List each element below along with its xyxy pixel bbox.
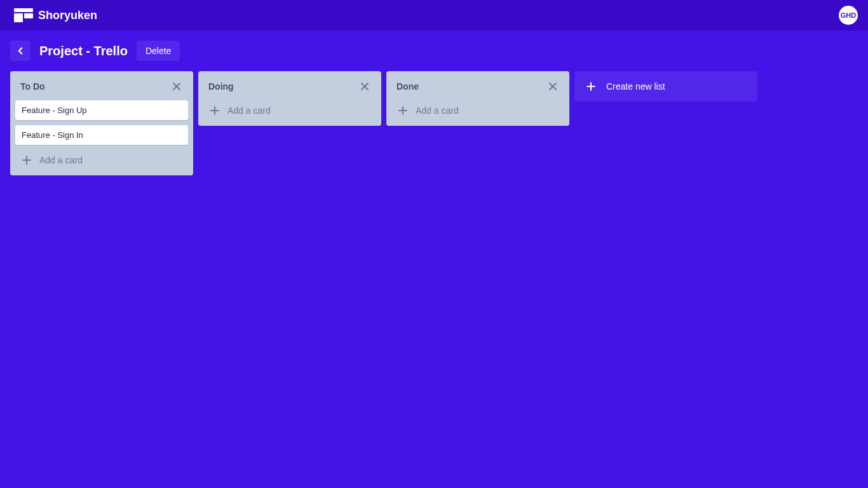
close-icon[interactable] xyxy=(170,80,183,93)
list-todo: To Do Feature - Sign Up Feature - Sign I… xyxy=(10,71,193,175)
top-navbar: Shoryuken GHD xyxy=(0,0,868,30)
avatar-initials: GHD xyxy=(841,11,856,19)
list-header: Doing xyxy=(203,76,376,95)
plus-icon xyxy=(208,104,221,117)
back-button[interactable] xyxy=(10,41,31,61)
plus-icon xyxy=(20,154,33,166)
list-title[interactable]: Done xyxy=(397,81,419,92)
list-done: Done Add a card xyxy=(386,71,569,126)
card-title: Feature - Sign Up xyxy=(22,105,87,115)
card[interactable]: Feature - Sign In xyxy=(15,125,188,145)
card-title: Feature - Sign In xyxy=(22,130,83,140)
add-card-button[interactable]: Add a card xyxy=(15,150,188,170)
card[interactable]: Feature - Sign Up xyxy=(15,100,188,120)
close-icon[interactable] xyxy=(358,80,371,93)
chevron-left-icon xyxy=(15,45,26,57)
add-card-button[interactable]: Add a card xyxy=(203,100,376,121)
list-doing: Doing Add a card xyxy=(198,71,381,126)
create-list-label: Create new list xyxy=(606,81,665,92)
add-card-label: Add a card xyxy=(416,105,459,116)
add-card-label: Add a card xyxy=(227,105,271,116)
list-title[interactable]: To Do xyxy=(20,81,45,92)
brand-logo-icon xyxy=(14,8,33,22)
plus-icon xyxy=(397,104,409,117)
brand[interactable]: Shoryuken xyxy=(14,8,97,22)
list-title[interactable]: Doing xyxy=(208,81,234,92)
add-card-button[interactable]: Add a card xyxy=(391,100,564,121)
avatar[interactable]: GHD xyxy=(839,6,858,25)
close-icon[interactable] xyxy=(546,80,559,93)
list-header: Done xyxy=(391,76,564,95)
add-card-label: Add a card xyxy=(39,155,83,165)
brand-name: Shoryuken xyxy=(38,9,97,22)
list-header: To Do xyxy=(15,76,188,95)
board-title: Project - Trello xyxy=(39,44,128,58)
board-lists-container: To Do Feature - Sign Up Feature - Sign I… xyxy=(0,66,868,180)
board-header: Project - Trello Delete xyxy=(0,36,868,66)
create-list-button[interactable]: Create new list xyxy=(574,71,757,102)
plus-icon xyxy=(585,80,597,93)
delete-board-button[interactable]: Delete xyxy=(137,41,180,61)
